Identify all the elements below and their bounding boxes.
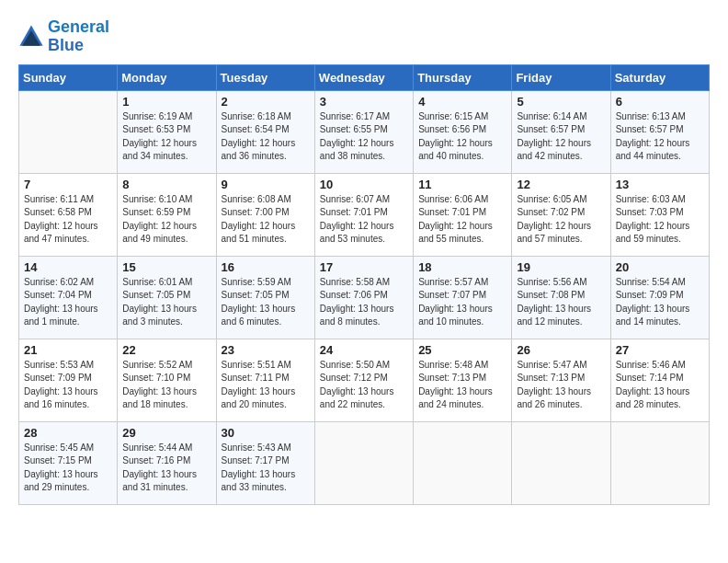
day-info: Sunrise: 5:43 AM Sunset: 7:17 PM Dayligh… xyxy=(222,442,310,495)
day-info: Sunrise: 6:05 AM Sunset: 7:02 PM Dayligh… xyxy=(517,193,605,247)
calendar-cell: 29Sunrise: 5:44 AM Sunset: 7:16 PM Dayli… xyxy=(118,421,216,504)
day-info: Sunrise: 6:14 AM Sunset: 6:57 PM Dayligh… xyxy=(517,110,605,164)
weekday-header: Saturday xyxy=(610,64,709,90)
day-info: Sunrise: 5:46 AM Sunset: 7:14 PM Dayligh… xyxy=(616,359,704,412)
day-info: Sunrise: 6:02 AM Sunset: 7:04 PM Dayligh… xyxy=(24,276,112,329)
day-number: 21 xyxy=(24,343,112,357)
day-info: Sunrise: 5:48 AM Sunset: 7:13 PM Dayligh… xyxy=(418,359,506,412)
day-number: 9 xyxy=(222,178,310,191)
day-number: 11 xyxy=(418,178,506,191)
calendar-cell: 21Sunrise: 5:53 AM Sunset: 7:09 PM Dayli… xyxy=(19,339,118,421)
calendar-cell xyxy=(414,421,512,504)
day-number: 19 xyxy=(517,260,605,274)
calendar-cell: 26Sunrise: 5:47 AM Sunset: 7:13 PM Dayli… xyxy=(512,339,610,421)
calendar-week-row: 7Sunrise: 6:11 AM Sunset: 6:58 PM Daylig… xyxy=(19,173,710,256)
day-info: Sunrise: 6:11 AM Sunset: 6:58 PM Dayligh… xyxy=(24,193,112,247)
calendar-cell: 7Sunrise: 6:11 AM Sunset: 6:58 PM Daylig… xyxy=(19,173,118,256)
day-number: 4 xyxy=(418,95,506,109)
calendar-cell: 15Sunrise: 6:01 AM Sunset: 7:05 PM Dayli… xyxy=(118,256,216,339)
calendar-table: SundayMondayTuesdayWednesdayThursdayFrid… xyxy=(18,64,710,505)
calendar-cell: 14Sunrise: 6:02 AM Sunset: 7:04 PM Dayli… xyxy=(19,256,118,339)
day-number: 18 xyxy=(418,260,506,274)
day-info: Sunrise: 5:56 AM Sunset: 7:08 PM Dayligh… xyxy=(517,276,605,329)
calendar-cell: 8Sunrise: 6:10 AM Sunset: 6:59 PM Daylig… xyxy=(118,173,216,256)
calendar-cell: 13Sunrise: 6:03 AM Sunset: 7:03 PM Dayli… xyxy=(610,173,709,256)
day-number: 5 xyxy=(517,95,605,109)
day-number: 7 xyxy=(24,178,112,191)
day-number: 25 xyxy=(418,343,506,357)
day-number: 1 xyxy=(122,95,210,109)
calendar-week-row: 1Sunrise: 6:19 AM Sunset: 6:53 PM Daylig… xyxy=(19,90,710,173)
day-info: Sunrise: 6:19 AM Sunset: 6:53 PM Dayligh… xyxy=(122,110,210,164)
logo-text: General Blue xyxy=(48,18,109,55)
day-info: Sunrise: 5:44 AM Sunset: 7:16 PM Dayligh… xyxy=(122,442,210,495)
weekday-header: Thursday xyxy=(414,64,512,90)
day-info: Sunrise: 5:47 AM Sunset: 7:13 PM Dayligh… xyxy=(517,359,605,412)
day-number: 15 xyxy=(122,260,210,274)
day-info: Sunrise: 6:15 AM Sunset: 6:56 PM Dayligh… xyxy=(418,110,506,164)
calendar-cell: 24Sunrise: 5:50 AM Sunset: 7:12 PM Dayli… xyxy=(314,339,413,421)
calendar-week-row: 21Sunrise: 5:53 AM Sunset: 7:09 PM Dayli… xyxy=(19,339,710,421)
day-number: 22 xyxy=(122,343,210,357)
calendar-cell xyxy=(512,421,610,504)
day-info: Sunrise: 6:01 AM Sunset: 7:05 PM Dayligh… xyxy=(122,276,210,329)
weekday-header: Tuesday xyxy=(216,64,314,90)
day-info: Sunrise: 6:18 AM Sunset: 6:54 PM Dayligh… xyxy=(222,110,310,164)
day-number: 8 xyxy=(122,178,210,191)
day-info: Sunrise: 5:58 AM Sunset: 7:06 PM Dayligh… xyxy=(320,276,408,329)
day-number: 17 xyxy=(320,260,408,274)
day-info: Sunrise: 5:59 AM Sunset: 7:05 PM Dayligh… xyxy=(222,276,310,329)
weekday-header: Monday xyxy=(118,64,216,90)
logo-icon xyxy=(18,24,44,50)
day-number: 23 xyxy=(222,343,310,357)
day-info: Sunrise: 6:06 AM Sunset: 7:01 PM Dayligh… xyxy=(418,193,506,247)
day-number: 27 xyxy=(616,343,704,357)
day-number: 6 xyxy=(616,95,704,109)
weekday-header: Friday xyxy=(512,64,610,90)
day-info: Sunrise: 5:45 AM Sunset: 7:15 PM Dayligh… xyxy=(24,442,112,495)
day-info: Sunrise: 6:10 AM Sunset: 6:59 PM Dayligh… xyxy=(122,193,210,247)
calendar-cell: 28Sunrise: 5:45 AM Sunset: 7:15 PM Dayli… xyxy=(19,421,118,504)
calendar-cell xyxy=(610,421,709,504)
calendar-week-row: 14Sunrise: 6:02 AM Sunset: 7:04 PM Dayli… xyxy=(19,256,710,339)
day-info: Sunrise: 5:52 AM Sunset: 7:10 PM Dayligh… xyxy=(122,359,210,412)
day-number: 13 xyxy=(616,178,704,191)
day-number: 14 xyxy=(24,260,112,274)
calendar-cell: 19Sunrise: 5:56 AM Sunset: 7:08 PM Dayli… xyxy=(512,256,610,339)
calendar-cell: 22Sunrise: 5:52 AM Sunset: 7:10 PM Dayli… xyxy=(118,339,216,421)
calendar-header: SundayMondayTuesdayWednesdayThursdayFrid… xyxy=(19,64,710,90)
calendar-cell: 30Sunrise: 5:43 AM Sunset: 7:17 PM Dayli… xyxy=(216,421,314,504)
day-number: 28 xyxy=(24,426,112,440)
calendar-cell: 25Sunrise: 5:48 AM Sunset: 7:13 PM Dayli… xyxy=(414,339,512,421)
day-info: Sunrise: 5:51 AM Sunset: 7:11 PM Dayligh… xyxy=(222,359,310,412)
calendar-cell: 4Sunrise: 6:15 AM Sunset: 6:56 PM Daylig… xyxy=(414,90,512,173)
calendar-cell xyxy=(19,90,118,173)
day-number: 2 xyxy=(222,95,310,109)
calendar-cell: 3Sunrise: 6:17 AM Sunset: 6:55 PM Daylig… xyxy=(314,90,413,173)
day-number: 29 xyxy=(122,426,210,440)
calendar-cell: 11Sunrise: 6:06 AM Sunset: 7:01 PM Dayli… xyxy=(414,173,512,256)
day-number: 30 xyxy=(222,426,310,440)
calendar-cell: 20Sunrise: 5:54 AM Sunset: 7:09 PM Dayli… xyxy=(610,256,709,339)
day-info: Sunrise: 6:08 AM Sunset: 7:00 PM Dayligh… xyxy=(222,193,310,247)
day-number: 3 xyxy=(320,95,408,109)
day-info: Sunrise: 6:07 AM Sunset: 7:01 PM Dayligh… xyxy=(320,193,408,247)
calendar-cell: 27Sunrise: 5:46 AM Sunset: 7:14 PM Dayli… xyxy=(610,339,709,421)
calendar-cell: 16Sunrise: 5:59 AM Sunset: 7:05 PM Dayli… xyxy=(216,256,314,339)
day-info: Sunrise: 6:17 AM Sunset: 6:55 PM Dayligh… xyxy=(320,110,408,164)
day-info: Sunrise: 5:54 AM Sunset: 7:09 PM Dayligh… xyxy=(616,276,704,329)
weekday-header: Sunday xyxy=(19,64,118,90)
day-number: 20 xyxy=(616,260,704,274)
calendar-cell: 5Sunrise: 6:14 AM Sunset: 6:57 PM Daylig… xyxy=(512,90,610,173)
day-number: 24 xyxy=(320,343,408,357)
calendar-cell: 2Sunrise: 6:18 AM Sunset: 6:54 PM Daylig… xyxy=(216,90,314,173)
calendar-cell: 6Sunrise: 6:13 AM Sunset: 6:57 PM Daylig… xyxy=(610,90,709,173)
calendar-cell xyxy=(314,421,413,504)
calendar-cell: 23Sunrise: 5:51 AM Sunset: 7:11 PM Dayli… xyxy=(216,339,314,421)
day-number: 26 xyxy=(517,343,605,357)
day-number: 16 xyxy=(222,260,310,274)
day-info: Sunrise: 5:50 AM Sunset: 7:12 PM Dayligh… xyxy=(320,359,408,412)
calendar-cell: 12Sunrise: 6:05 AM Sunset: 7:02 PM Dayli… xyxy=(512,173,610,256)
calendar-cell: 10Sunrise: 6:07 AM Sunset: 7:01 PM Dayli… xyxy=(314,173,413,256)
day-number: 10 xyxy=(320,178,408,191)
